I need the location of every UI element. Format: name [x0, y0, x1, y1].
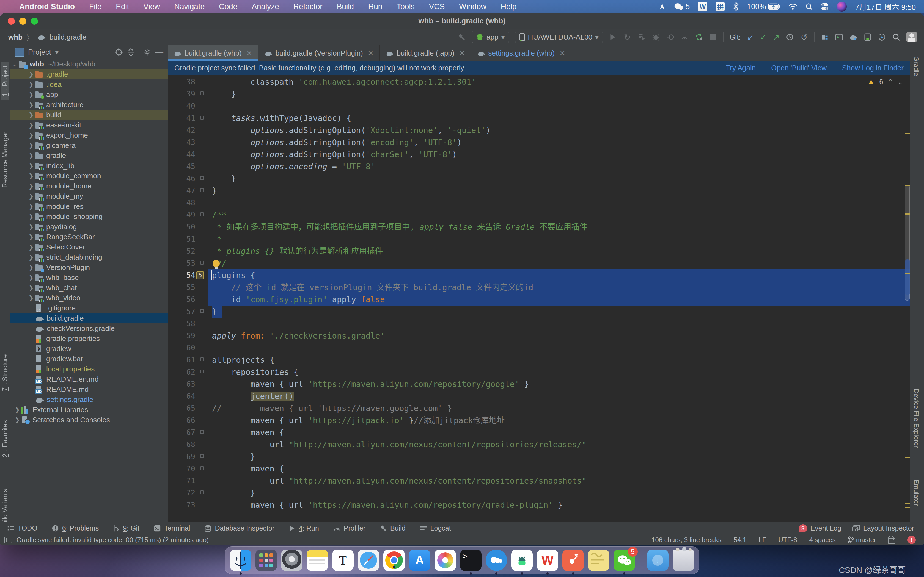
- dock-app-chrome[interactable]: [383, 550, 405, 571]
- line-ending[interactable]: LF: [759, 536, 766, 544]
- tree-item-whb_base[interactable]: ❯whb_base: [10, 272, 168, 283]
- file-encoding[interactable]: UTF-8: [779, 536, 797, 544]
- wechat-menu-icon[interactable]: 5: [674, 2, 690, 11]
- tree-item-External Libraries[interactable]: ❯External Libraries: [10, 405, 168, 415]
- dock-app-stickies[interactable]: [588, 550, 609, 571]
- code-line-54[interactable]: 54 5 plugins {: [168, 269, 910, 281]
- tree-item-local.properties[interactable]: local.properties: [10, 364, 168, 374]
- stripe-7: Structure[interactable]: 7: Structure: [0, 350, 9, 395]
- bluetooth-icon[interactable]: [733, 2, 739, 11]
- run-anything-icon[interactable]: [835, 33, 843, 41]
- menu-run[interactable]: Run: [361, 2, 389, 11]
- search-everywhere-icon[interactable]: [892, 33, 900, 41]
- code-line-69[interactable]: 69 }: [168, 451, 910, 463]
- tree-item-index_lib[interactable]: ❯index_lib: [10, 161, 168, 171]
- code-line-63[interactable]: 63 maven { url 'https://maven.aliyun.com…: [168, 378, 910, 390]
- dock-app-terminal[interactable]: >_: [460, 550, 481, 571]
- code-line-57[interactable]: 57 }: [168, 306, 910, 318]
- code-line-64[interactable]: 64 jcenter(): [168, 390, 910, 402]
- stripe-Gradle[interactable]: Gradle: [913, 56, 920, 76]
- code-line-70[interactable]: 70 maven {: [168, 463, 910, 475]
- device-manager-icon[interactable]: [864, 33, 872, 41]
- menu-file[interactable]: File: [82, 2, 108, 11]
- dock-app-system-preferences[interactable]: [281, 550, 302, 571]
- code-line-38[interactable]: 38 classpath 'com.huawei.agconnect:agcp:…: [168, 76, 910, 88]
- menu-edit[interactable]: Edit: [108, 2, 136, 11]
- code-line-46[interactable]: 46 }: [168, 172, 910, 185]
- dock-app-textedit[interactable]: T: [332, 550, 354, 571]
- tree-item-glcamera[interactable]: ❯glcamera: [10, 140, 168, 151]
- pinyin-input-icon[interactable]: 拼: [716, 2, 725, 11]
- tree-item-gradle[interactable]: ❯gradle: [10, 151, 168, 161]
- breadcrumb-project[interactable]: whb: [8, 33, 23, 42]
- menu-navigate[interactable]: Navigate: [167, 2, 212, 11]
- toolwindow-Event Log[interactable]: 3 Event Log: [799, 524, 842, 532]
- dock-app-meeting[interactable]: [486, 550, 507, 571]
- run-configuration-select[interactable]: app ▾: [472, 31, 509, 44]
- sync-project-gradle-icon[interactable]: [695, 33, 703, 41]
- breadcrumb-file[interactable]: build.gradle: [50, 33, 86, 42]
- indent-setting[interactable]: 4 spaces: [809, 536, 836, 544]
- code-line-52[interactable]: 52 * plugins {} 默认的行为是解析和应用插件: [168, 245, 910, 257]
- toolwindow-Terminal[interactable]: Terminal: [147, 524, 197, 532]
- git-branch-widget[interactable]: master: [848, 536, 876, 544]
- code-line-55[interactable]: 55 // 这个 id 就是在 versionPlugin 文件夹下 build…: [168, 281, 910, 293]
- tree-item-whb_video[interactable]: ❯whb_video: [10, 293, 168, 303]
- tree-item-module_home[interactable]: ❯module_home: [10, 181, 168, 191]
- menu-app-name[interactable]: Android Studio: [19, 2, 82, 11]
- menu-refactor[interactable]: Refactor: [286, 2, 330, 11]
- next-warning-icon[interactable]: ⌃: [898, 78, 903, 85]
- write-access-icon[interactable]: [888, 538, 895, 544]
- menubar-datetime[interactable]: 7月17日 周六 9:50: [855, 2, 916, 12]
- code-line-72[interactable]: 72 }: [168, 487, 910, 499]
- dock-app-trash[interactable]: [673, 550, 694, 571]
- tab-settings.gradle (whb)[interactable]: settings.gradle (whb) ✕: [471, 45, 572, 61]
- menu-view[interactable]: View: [136, 2, 167, 11]
- code-line-71[interactable]: 71 url "http://maven.aliyun.com/nexus/co…: [168, 475, 910, 487]
- toolwindow-9: Git[interactable]: 9: Git: [106, 524, 147, 532]
- status-message[interactable]: Gradle sync failed: invalid type code: 0…: [16, 536, 209, 544]
- stripe-2: Favorites[interactable]: 2: Favorites: [0, 416, 9, 461]
- stripe-Resource Manager[interactable]: Resource Manager: [0, 128, 9, 192]
- menu-help[interactable]: Help: [494, 2, 524, 11]
- code-line-50[interactable]: 50 * 如果在多项目构建中，可能想把插件应用到子项目中, apply fals…: [168, 221, 910, 233]
- user-avatar[interactable]: [906, 32, 917, 42]
- tree-item-gradlew[interactable]: gradlew: [10, 344, 168, 354]
- prev-warning-icon[interactable]: ⌃: [888, 78, 893, 85]
- code-editor[interactable]: 38 classpath 'com.huawei.agconnect:agcp:…: [168, 75, 910, 522]
- tab-build.gradle (:app)[interactable]: build.gradle (:app) ✕: [380, 45, 471, 61]
- project-structure-icon[interactable]: [821, 33, 829, 41]
- code-line-62[interactable]: 62 repositories {: [168, 366, 910, 378]
- code-line-65[interactable]: 65 // maven { url 'https://maven.google.…: [168, 402, 910, 414]
- highlighting-level-icon[interactable]: !: [908, 536, 916, 544]
- dock-app-app-store[interactable]: A: [409, 550, 430, 571]
- close-tab-icon[interactable]: ✕: [459, 50, 465, 57]
- code-line-53[interactable]: 53 */: [168, 257, 910, 269]
- chevron-down-icon[interactable]: ▾: [55, 48, 59, 56]
- code-line-73[interactable]: 73 maven { url 'https://maven.aliyun.com…: [168, 499, 910, 511]
- git-history-icon[interactable]: [786, 33, 794, 41]
- window-titlebar[interactable]: whb – build.gradle (whb): [0, 13, 924, 29]
- apply-changes-icon[interactable]: ↻: [623, 33, 632, 41]
- tree-item-Scratches and Consoles[interactable]: ❯Scratches and Consoles: [10, 415, 168, 425]
- dock-app-android-studio[interactable]: [511, 550, 533, 571]
- banner-action-Open 'Build' View[interactable]: Open 'Build' View: [771, 64, 827, 72]
- close-tab-icon[interactable]: ✕: [247, 50, 252, 57]
- tree-item-paydialog[interactable]: ❯paydialog: [10, 222, 168, 232]
- code-line-58[interactable]: 58: [168, 318, 910, 330]
- git-update-icon[interactable]: ↙: [747, 32, 754, 42]
- banner-action-Show Log in Finder[interactable]: Show Log in Finder: [842, 64, 904, 72]
- banner-action-Try Again[interactable]: Try Again: [726, 64, 756, 72]
- code-line-39[interactable]: 39 }: [168, 88, 910, 100]
- collapse-all-icon[interactable]: [127, 48, 135, 56]
- stop-icon[interactable]: [709, 33, 717, 41]
- toolwindow-6: Problems[interactable]: 6: Problems: [45, 524, 106, 532]
- menu-tools[interactable]: Tools: [389, 2, 422, 11]
- tree-item-strict_databinding[interactable]: ❯strict_databinding: [10, 252, 168, 263]
- toolwindow-4: Run[interactable]: 4: Run: [282, 524, 326, 532]
- avd-manager-icon[interactable]: [849, 33, 858, 41]
- code-line-66[interactable]: 66 maven { url 'https://jitpack.io' }//添…: [168, 414, 910, 426]
- run-with-coverage-icon[interactable]: [638, 33, 646, 41]
- project-view-selector[interactable]: Project: [28, 48, 51, 56]
- code-line-51[interactable]: 51 *: [168, 233, 910, 245]
